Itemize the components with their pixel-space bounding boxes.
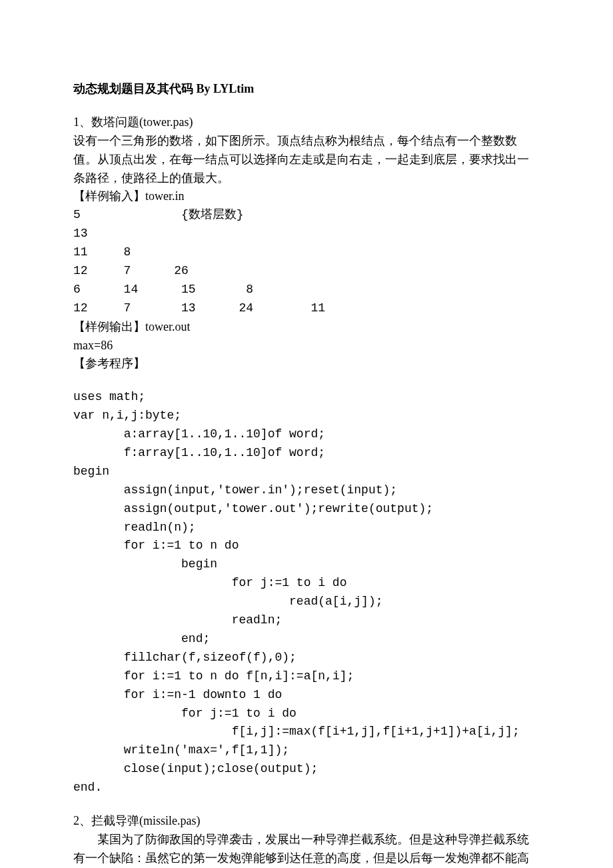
problem-1-heading: 1、数塔问题(tower.pas) [73, 113, 540, 132]
code-block: uses math; var n,i,j:byte; a:array[1..10… [73, 388, 540, 797]
reference-program-label: 【参考程序】 [73, 355, 540, 373]
document-page: 动态规划题目及其代码 By LYLtim 1、数塔问题(tower.pas) 设… [0, 0, 613, 868]
sample-output-label: 【样例输出】tower.out [73, 318, 540, 337]
sample-output-block: max=86 [73, 337, 540, 355]
problem-2-paragraph: 某国为了防御敌国的导弹袭击，发展出一种导弹拦截系统。但是这种导弹拦截系统有一个缺… [73, 831, 540, 868]
document-title: 动态规划题目及其代码 By LYLtim [73, 80, 540, 99]
problem-1-description: 设有一个三角形的数塔，如下图所示。顶点结点称为根结点，每个结点有一个整数数值。从… [73, 132, 540, 188]
spacer [73, 797, 540, 812]
problem-2-heading: 2、拦截导弹(missile.pas) [73, 812, 540, 831]
spacer [73, 373, 540, 388]
spacer [73, 99, 540, 113]
sample-input-label: 【样例输入】tower.in [73, 187, 540, 206]
problem-2-text: 某国为了防御敌国的导弹袭击，发展出一种导弹拦截系统。但是这种导弹拦截系统有一个缺… [73, 831, 540, 868]
sample-input-block: 5 {数塔层数} 13 11 8 12 7 26 6 14 15 8 12 7 … [73, 206, 540, 317]
